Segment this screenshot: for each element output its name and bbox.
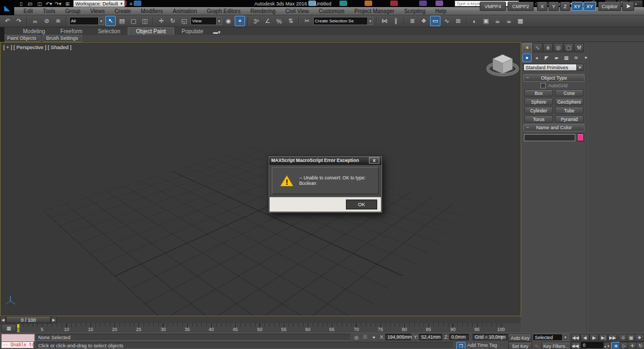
axis-xy-snap-button[interactable]: XY xyxy=(583,2,596,11)
orbit-view-icon[interactable]: ↻ xyxy=(636,342,644,349)
key-filters-button[interactable]: Key Filters... xyxy=(541,342,571,349)
align-icon[interactable]: ∥ xyxy=(391,16,401,26)
ribbon-dock-handle[interactable] xyxy=(0,27,4,42)
shapes-icon[interactable]: ◕ xyxy=(532,53,541,62)
axis-z-button[interactable]: Z xyxy=(560,2,570,11)
menu-project-manager[interactable]: Project Manager xyxy=(349,8,399,14)
ribbon-tab-freeform[interactable]: Freeform xyxy=(53,28,91,35)
select-and-scale-icon[interactable]: ◱ xyxy=(179,16,189,26)
auto-key-button[interactable]: Auto Key xyxy=(508,334,532,342)
menu-group[interactable]: Group xyxy=(61,8,86,14)
render-setup-icon[interactable]: ▣ xyxy=(481,16,491,26)
ribbon-tab-object-paint[interactable]: Object Paint xyxy=(128,27,174,35)
key-mode-toggle-icon[interactable]: ◀◀| xyxy=(571,342,580,349)
spacewarps-icon[interactable]: ≋ xyxy=(571,53,581,62)
material-editor-icon[interactable]: ◐ xyxy=(469,16,480,26)
redo-icon[interactable]: ↷▾ xyxy=(55,1,62,7)
ribbon-panel-paint-objects[interactable]: Paint Objects xyxy=(3,35,40,42)
menu-views[interactable]: Views xyxy=(85,8,110,14)
use-pivot-center-icon[interactable]: ◉ xyxy=(223,16,234,26)
go-to-end-icon[interactable]: ▶▶ xyxy=(608,334,617,342)
create-tab-icon[interactable]: ✶ xyxy=(522,43,532,52)
systems-icon[interactable]: ✦ xyxy=(581,53,591,62)
unlink-selection-icon[interactable]: ⊘ xyxy=(41,16,52,26)
redo-icon[interactable]: ↷ xyxy=(14,16,24,26)
current-frame-field[interactable]: 0 xyxy=(581,342,604,348)
axis-y-button[interactable]: Y xyxy=(548,2,559,11)
select-by-name-icon[interactable]: ▤ xyxy=(117,16,127,26)
display-tab-icon[interactable]: ▢ xyxy=(564,43,574,52)
ribbon-config-icon[interactable]: ▬▾ xyxy=(211,29,223,35)
set-key-button[interactable]: Set Key xyxy=(508,342,532,349)
isolate-selection-icon[interactable]: ◎ xyxy=(353,334,360,341)
ribbon-tab-modeling[interactable]: Modeling xyxy=(15,28,53,35)
hierarchy-tab-icon[interactable]: ⋔ xyxy=(543,43,553,52)
next-frame-arrow-icon[interactable]: ▶ xyxy=(51,316,57,323)
window-crossing-icon[interactable]: ◫ xyxy=(140,16,150,26)
project-folder-icon[interactable]: ⊞ xyxy=(64,1,71,7)
menu-create[interactable]: Create xyxy=(110,8,136,14)
communicator-icon[interactable]: ❒ xyxy=(456,342,466,349)
named-selection-dropdown[interactable]: Create Selection Se ▼ xyxy=(313,17,373,25)
select-and-link-icon[interactable]: ∞ xyxy=(30,16,40,26)
edit-named-selection-sets-icon[interactable]: ✂ xyxy=(302,16,312,26)
object-color-swatch[interactable] xyxy=(577,134,584,141)
play-animation-icon[interactable]: ▶ xyxy=(589,334,599,342)
undo-icon[interactable]: ↶ xyxy=(2,16,13,26)
selection-lock-icon[interactable]: ⚿ xyxy=(361,334,369,341)
category-dropdown[interactable]: Standard Primitives ▼ xyxy=(523,64,583,71)
absolute-offset-mode-icon[interactable]: ✦ xyxy=(370,334,378,341)
menu-modifiers[interactable]: Modifiers xyxy=(136,8,168,14)
open-file-icon[interactable]: 🗁 xyxy=(27,1,34,7)
cmpp2-button[interactable]: CMPP2 xyxy=(508,2,534,11)
sphere-button[interactable]: Sphere xyxy=(524,98,553,105)
cylinder-button[interactable]: Cylinder xyxy=(524,107,553,114)
snap-toggle-3d-icon[interactable]: 3ⁿ xyxy=(251,16,261,26)
geosphere-button[interactable]: GeoSphere xyxy=(555,98,583,105)
reference-coordinate-dropdown[interactable]: View ▼ xyxy=(190,17,222,25)
select-object-icon[interactable]: ↖ xyxy=(105,16,116,26)
ribbon-tab-populate[interactable]: Populate xyxy=(174,28,211,35)
viewcube[interactable] xyxy=(484,51,521,79)
menu-civil-view[interactable]: Civil View xyxy=(281,8,314,14)
name-color-rollout-header[interactable]: − Name and Color xyxy=(523,124,585,131)
previous-frame-arrow-icon[interactable]: ◀ xyxy=(0,316,6,323)
utilities-tab-icon[interactable]: ⚒ xyxy=(574,43,584,52)
object-type-rollout-header[interactable]: − Object Type xyxy=(523,74,585,82)
render-production-icon[interactable]: ☕ xyxy=(504,16,514,26)
box-button[interactable]: Box xyxy=(524,89,553,97)
ribbon-panel-brush-settings[interactable]: Brush Settings xyxy=(43,35,82,42)
save-file-icon[interactable]: ◫ xyxy=(36,1,43,7)
viewport-label[interactable]: [ + ] [ Perspective ] [ Shaded ] xyxy=(3,44,71,50)
application-menu-button[interactable]: ◣ xyxy=(0,0,14,15)
cursor-arrow-icon[interactable]: ➤ xyxy=(622,2,634,11)
torus-button[interactable]: Torus xyxy=(524,116,553,123)
menu-tools[interactable]: Tools xyxy=(38,8,60,14)
lights-icon[interactable]: ◤ xyxy=(542,53,551,62)
time-slider-handle[interactable]: 0 / 100 xyxy=(6,316,51,323)
autogrid-checkbox[interactable] xyxy=(540,83,546,88)
select-and-manipulate-icon[interactable]: ⌖ xyxy=(235,16,245,26)
tube-button[interactable]: Tube xyxy=(555,107,583,114)
angle-snap-icon[interactable]: ∠ xyxy=(263,16,273,26)
y-coordinate-field[interactable]: 52,41mm xyxy=(419,334,442,340)
rectangular-selection-region-icon[interactable]: ▢ xyxy=(128,16,139,26)
vmpp4-button[interactable]: VMPP4 xyxy=(480,2,506,11)
scene-explorer-icon[interactable]: ❖ xyxy=(419,16,429,26)
new-scene-icon[interactable]: ▯ xyxy=(17,1,25,7)
render-iterative-icon[interactable]: ▦ xyxy=(515,16,526,26)
workspace-menu-icon[interactable]: ≡ xyxy=(127,1,134,7)
axis-x-button[interactable]: X xyxy=(537,2,547,11)
rendered-frame-window-icon[interactable]: ☕ xyxy=(492,16,503,26)
ok-button[interactable]: OK xyxy=(346,200,377,209)
undo-icon[interactable]: ↶▾ xyxy=(45,1,52,7)
helpers-icon[interactable]: ▦ xyxy=(562,53,571,62)
toggle-ribbon-icon[interactable]: ▭ xyxy=(430,16,440,26)
dialog-title-bar[interactable]: MAXScript MacroScript Error Exception X xyxy=(269,157,381,165)
modify-tab-icon[interactable]: ∿ xyxy=(533,43,542,52)
curve-editor-icon[interactable]: ∿ xyxy=(442,16,452,26)
menu-customize[interactable]: Customize xyxy=(314,8,349,14)
geometry-icon[interactable]: ● xyxy=(522,53,532,62)
track-bar[interactable]: ▦ 0 5 10 15 20 25 30 35 40 45 50 55 60 6… xyxy=(0,323,521,333)
menu-help[interactable]: Help xyxy=(431,8,452,14)
